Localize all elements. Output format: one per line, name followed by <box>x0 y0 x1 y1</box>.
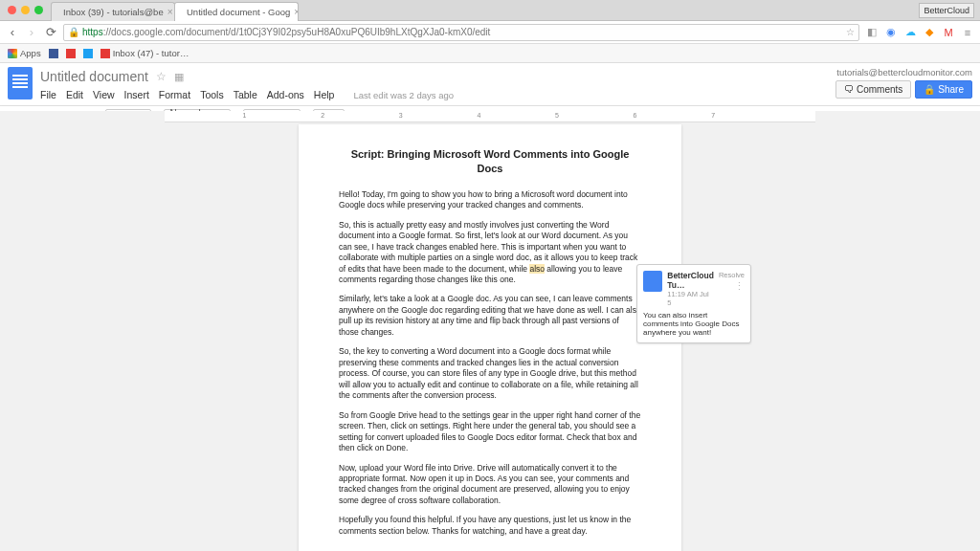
extension-icons: ◧ ◉ ☁ ◆ M ≡ <box>865 26 974 39</box>
bookmark-inbox[interactable]: Inbox (47) - tutor… <box>100 48 189 58</box>
avatar <box>643 271 662 292</box>
window-tab-strip: Inbox (39) - tutorials@be × Untitled doc… <box>0 0 980 21</box>
menu-table[interactable]: Table <box>234 89 257 100</box>
paragraph[interactable]: Hopefully you found this helpful. If you… <box>339 515 641 537</box>
comment-menu-icon[interactable]: ⋮ <box>734 280 745 293</box>
document-title[interactable]: Untitled document <box>40 69 148 84</box>
paragraph[interactable]: So, the key to converting a Word documen… <box>339 346 641 401</box>
paragraph[interactable]: Hello! Today, I'm going to show you how … <box>339 189 641 211</box>
ruler-mark: 4 <box>477 112 480 119</box>
comment-icon: 🗨 <box>844 84 854 95</box>
window-zoom-button[interactable] <box>34 6 43 14</box>
browser-tabs: Inbox (39) - tutorials@be × Untitled doc… <box>51 0 298 21</box>
menu-file[interactable]: File <box>40 89 56 100</box>
bookmark-tw[interactable] <box>83 49 93 58</box>
ext-icon[interactable]: ◧ <box>865 26 879 39</box>
menu-help[interactable]: Help <box>314 89 335 100</box>
paragraph[interactable]: So, this is actually pretty easy and mos… <box>339 220 641 286</box>
paragraph[interactable]: Now, upload your Word file into Drive. D… <box>339 463 641 507</box>
comment-body: You can also insert comments into Google… <box>643 311 745 337</box>
reload-button[interactable]: ⟳ <box>44 26 57 39</box>
url-path: ://docs.google.com/document/d/1t0Cj3Y9I0… <box>103 27 491 37</box>
bookmark-yt[interactable] <box>66 49 76 58</box>
paragraph[interactable]: So from Google Drive head to the setting… <box>339 410 641 454</box>
share-button[interactable]: 🔒 Share <box>915 80 972 99</box>
url-input[interactable]: 🔒 https ://docs.google.com/document/d/1t… <box>63 24 859 41</box>
bookmark-apps[interactable]: Apps <box>8 48 41 58</box>
facebook-icon <box>49 49 58 58</box>
ruler-mark: 7 <box>711 112 715 119</box>
star-icon[interactable]: ☆ <box>156 70 167 83</box>
folder-icon[interactable]: ▦ <box>174 71 184 83</box>
gmail-ext-icon[interactable]: M <box>942 26 955 39</box>
horizontal-ruler[interactable]: 1 2 3 4 5 6 7 <box>165 111 815 122</box>
chrome-menu-icon[interactable]: ≡ <box>961 26 974 39</box>
comment-card[interactable]: BetterCloud Tu… 11:19 AM Jul 5 Resolve ⋮… <box>636 264 751 343</box>
address-bar-row: ‹ › ⟳ 🔒 https ://docs.google.com/documen… <box>0 21 980 44</box>
window-close-button[interactable] <box>8 6 16 14</box>
share-label: Share <box>938 84 964 95</box>
bookmark-star-icon[interactable]: ☆ <box>846 27 855 37</box>
traffic-lights <box>0 6 51 14</box>
menu-view[interactable]: View <box>93 89 115 100</box>
close-icon[interactable]: × <box>167 7 173 17</box>
document-canvas[interactable]: 1 2 3 4 5 6 7 Script: Bringing Microsoft… <box>0 111 980 551</box>
bookmark-label: Apps <box>20 48 41 58</box>
youtube-icon <box>66 49 76 58</box>
highlighted-text[interactable]: also <box>529 264 545 274</box>
bookmarks-bar: Apps Inbox (47) - tutor… <box>0 44 980 63</box>
document-page[interactable]: Script: Bringing Microsoft Word Comments… <box>299 124 681 551</box>
lock-icon: 🔒 <box>68 27 79 37</box>
menu-format[interactable]: Format <box>159 89 190 100</box>
bookmark-fb[interactable] <box>49 49 58 58</box>
forward-button[interactable]: › <box>25 26 38 39</box>
ruler-mark: 6 <box>634 112 637 119</box>
ruler-mark: 5 <box>555 112 559 119</box>
document-heading[interactable]: Script: Bringing Microsoft Word Comments… <box>339 147 641 176</box>
docs-logo-icon[interactable] <box>8 67 33 99</box>
docs-header: Untitled document ☆ ▦ File Edit View Ins… <box>0 63 980 106</box>
twitter-icon <box>83 49 93 58</box>
ruler-mark: 1 <box>243 112 247 119</box>
ruler-mark: 2 <box>321 112 324 119</box>
comments-button[interactable]: 🗨 Comments <box>835 80 911 99</box>
bookmark-label: Inbox (47) - tutor… <box>113 48 189 58</box>
lock-icon: 🔒 <box>924 84 935 95</box>
ruler-mark: 3 <box>399 112 403 119</box>
browser-tab-inbox[interactable]: Inbox (39) - tutorials@be × <box>51 2 175 21</box>
user-email[interactable]: tutorials@bettercloudmonitor.com <box>836 67 972 77</box>
browser-tab-docs[interactable]: Untitled document - Goog × <box>174 2 299 21</box>
apps-icon <box>8 49 17 58</box>
ext-icon[interactable]: ☁ <box>903 26 917 39</box>
menu-insert[interactable]: Insert <box>124 89 149 100</box>
gmail-icon <box>100 49 110 58</box>
comments-label: Comments <box>857 84 902 95</box>
tab-label: Inbox (39) - tutorials@be <box>63 7 164 17</box>
menu-addons[interactable]: Add-ons <box>267 89 304 100</box>
menu-tools[interactable]: Tools <box>200 89 224 100</box>
tab-label: Untitled document - Goog <box>187 7 290 17</box>
url-scheme: https <box>82 27 103 37</box>
resolve-button[interactable]: Resolve <box>719 271 745 279</box>
last-edit-label[interactable]: Last edit was 2 days ago <box>353 90 454 100</box>
extension-badge[interactable]: BetterCloud <box>919 3 974 18</box>
ext-icon[interactable]: ◆ <box>923 26 936 39</box>
close-icon[interactable]: × <box>294 7 299 17</box>
paragraph[interactable]: Similarly, let's take a look at a Google… <box>339 294 641 338</box>
menu-bar: File Edit View Insert Format Tools Table… <box>40 86 835 105</box>
comment-author: BetterCloud Tu… <box>667 271 714 290</box>
ext-icon[interactable]: ◉ <box>884 26 898 39</box>
window-minimize-button[interactable] <box>21 6 30 14</box>
back-button[interactable]: ‹ <box>6 26 19 39</box>
menu-edit[interactable]: Edit <box>66 89 83 100</box>
comment-timestamp: 11:19 AM Jul 5 <box>667 290 714 307</box>
